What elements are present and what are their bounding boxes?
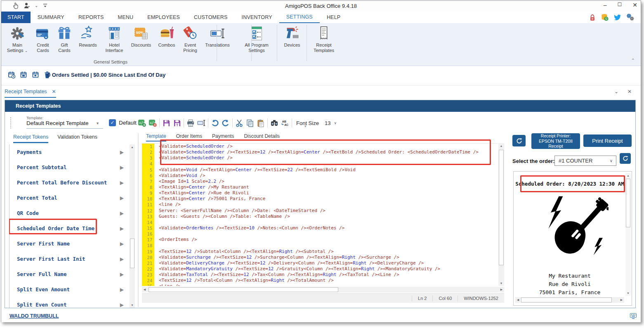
menu-tab-employees[interactable]: EMPLOYEES xyxy=(140,12,187,23)
tab-close-icon[interactable]: ✕ xyxy=(52,89,56,94)
token-insert-arrow-icon[interactable]: ▶ xyxy=(120,271,124,277)
tab-bar-close-icon[interactable]: ✕ xyxy=(627,89,632,94)
ribbon-devices-button[interactable]: Devices xyxy=(279,25,305,49)
calendar-day-icon[interactable] xyxy=(32,71,40,79)
save-icon[interactable] xyxy=(162,119,170,127)
token-list-item[interactable]: Scheduled Order Date Time▶ xyxy=(9,221,130,236)
scrollbar-thumb[interactable] xyxy=(626,179,630,227)
scroll-left-icon[interactable]: ◀ xyxy=(142,287,147,292)
ribbon-event-pricing-button[interactable]: $ Event Pricing xyxy=(179,25,202,54)
token-list-item[interactable]: Server Full Name▶ xyxy=(9,267,130,282)
menu-tab-inventory[interactable]: INVENTORY xyxy=(235,12,279,23)
scroll-down-icon[interactable]: ▼ xyxy=(625,290,631,296)
token-insert-arrow-icon[interactable]: ▶ xyxy=(120,226,124,231)
token-list-item[interactable]: Split Even Amount▶ xyxy=(9,282,130,297)
refresh-order-button[interactable] xyxy=(620,153,631,164)
receipt-printer-button[interactable]: Receipt Printer: EPSON TM-T20II Receipt xyxy=(531,133,580,149)
undo-icon[interactable] xyxy=(211,119,219,127)
ribbon-rewards-button[interactable]: Rewards xyxy=(75,25,101,49)
redo-icon[interactable] xyxy=(222,119,230,127)
calendar-clock-icon[interactable] xyxy=(8,71,16,79)
token-list-item[interactable]: Payments▶ xyxy=(9,144,130,160)
tab-receipt-tokens[interactable]: Receipt Tokens xyxy=(13,134,48,143)
scroll-left-icon[interactable]: ◀ xyxy=(515,297,521,302)
menu-tab-start[interactable]: START xyxy=(1,12,31,23)
database-backup-icon[interactable] xyxy=(601,14,609,21)
token-list-item[interactable]: Percent Total▶ xyxy=(9,190,130,205)
save-template-icon[interactable]: T xyxy=(173,119,181,127)
token-insert-arrow-icon[interactable]: ▶ xyxy=(120,195,124,201)
find-icon[interactable] xyxy=(270,119,278,127)
scrollbar-thumb[interactable] xyxy=(521,297,612,302)
remove-token-icon[interactable]: </> xyxy=(149,119,157,127)
editor-horizontal-scrollbar[interactable]: ◀ ▶ xyxy=(142,287,504,293)
scroll-right-icon[interactable]: ▶ xyxy=(499,287,504,292)
ribbon-translations-button[interactable]: Translations xyxy=(202,25,233,49)
token-list-item[interactable]: Percent Subtotal▶ xyxy=(9,160,130,175)
menu-tab-help[interactable]: HELP xyxy=(320,12,347,23)
tab-receipt-templates[interactable]: Receipt Templates ✕ xyxy=(5,89,56,98)
ribbon-hotel-interface-button[interactable]: Hotel Interface xyxy=(101,25,127,54)
default-checkbox[interactable]: ✓ xyxy=(109,119,116,126)
menu-tab-summary[interactable]: SUMMARY xyxy=(31,12,71,23)
scroll-up-icon[interactable]: ▲ xyxy=(130,144,135,150)
tab-list-chevron-icon[interactable]: ⌄ xyxy=(614,89,618,94)
scrollbar-thumb[interactable] xyxy=(130,238,134,268)
menu-tab-settings[interactable]: SETTINGS xyxy=(279,12,320,23)
token-insert-arrow-icon[interactable]: ▶ xyxy=(120,287,124,293)
token-insert-arrow-icon[interactable]: ▶ xyxy=(120,241,124,247)
menu-tab-reports[interactable]: REPORTS xyxy=(71,12,111,23)
scrollbar-thumb[interactable] xyxy=(149,287,338,292)
minimize-button[interactable]: – xyxy=(604,2,607,8)
maximize-button[interactable]: ☐ xyxy=(618,2,622,8)
twitter-icon[interactable] xyxy=(614,14,621,21)
scroll-up-icon[interactable]: ▲ xyxy=(625,173,631,178)
insert-token-icon[interactable]: </> xyxy=(138,119,146,127)
ribbon-receipt-templates-button[interactable]: Receipt Templates xyxy=(309,25,339,54)
refresh-printer-button[interactable] xyxy=(512,135,526,146)
panel-splitter[interactable] xyxy=(138,133,139,307)
menu-tab-customers[interactable]: CUSTOMERS xyxy=(187,12,234,23)
calendar-in-icon[interactable] xyxy=(20,71,28,79)
drag-grip[interactable] xyxy=(10,117,12,128)
close-button[interactable]: ✕ xyxy=(632,2,637,8)
font-size-chevron-icon[interactable]: ∨ xyxy=(334,121,337,125)
services-gears-icon[interactable] xyxy=(627,14,634,21)
menu-tab-menu[interactable]: MENU xyxy=(111,12,141,23)
token-list-item[interactable]: Percent Total Before Discount▶ xyxy=(9,175,130,190)
paste-icon[interactable] xyxy=(257,119,265,127)
token-list-item[interactable]: Split Even Count▶ xyxy=(9,297,130,308)
token-insert-arrow-icon[interactable]: ▶ xyxy=(120,210,124,216)
ribbon-main-settings-button[interactable]: Main Settings ⌄ xyxy=(3,25,32,54)
token-insert-arrow-icon[interactable]: ▶ xyxy=(120,165,124,170)
font-size-select[interactable]: 13 xyxy=(325,120,330,126)
token-insert-arrow-icon[interactable]: ▶ xyxy=(120,149,124,155)
ribbon-credit-cards-button[interactable]: Credit Cards xyxy=(32,25,54,54)
scroll-down-icon[interactable]: ▼ xyxy=(130,302,135,308)
ribbon-all-program-settings-button[interactable]: All Program Settings xyxy=(239,25,274,54)
token-insert-arrow-icon[interactable]: ▶ xyxy=(120,180,124,186)
ribbon-gift-cards-button[interactable]: Gift Cards xyxy=(54,25,75,54)
token-insert-arrow-icon[interactable]: ▶ xyxy=(120,302,124,308)
ribbon-collapse-icon[interactable]: ⌃ xyxy=(631,58,635,63)
language-indicator-icon[interactable] xyxy=(630,313,637,319)
scroll-right-icon[interactable]: ▶ xyxy=(619,297,624,302)
token-list-scrollbar[interactable]: ▲ ▼ xyxy=(130,144,135,308)
copy-icon[interactable] xyxy=(246,119,254,127)
token-insert-arrow-icon[interactable]: ▶ xyxy=(120,256,124,262)
print-receipt-button[interactable]: Print Receipt xyxy=(583,135,632,147)
ribbon-discounts-button[interactable]: 50% Discounts xyxy=(127,25,155,49)
cut-icon[interactable] xyxy=(235,119,243,127)
editor-vertical-scrollbar[interactable]: ▲ ▼ xyxy=(498,143,504,286)
scroll-down-icon[interactable]: ▼ xyxy=(498,281,504,286)
token-list-item[interactable]: Server First Name▶ xyxy=(9,236,130,251)
template-select[interactable]: Default Receipt Template xyxy=(26,120,103,129)
preview-horizontal-scrollbar[interactable]: ◀ ▶ xyxy=(515,297,624,303)
order-select[interactable]: #1 COUNTER ∨ xyxy=(554,156,616,166)
rename-field-icon[interactable] xyxy=(197,119,205,127)
lock-icon[interactable] xyxy=(589,14,596,21)
tab-validation-tokens[interactable]: Validation Tokens xyxy=(57,134,97,143)
template-select-chevron-icon[interactable]: ▾ xyxy=(97,121,99,125)
ribbon-combos-button[interactable]: Combos xyxy=(155,25,179,49)
preview-vertical-scrollbar[interactable]: ▲ ▼ xyxy=(625,173,631,296)
